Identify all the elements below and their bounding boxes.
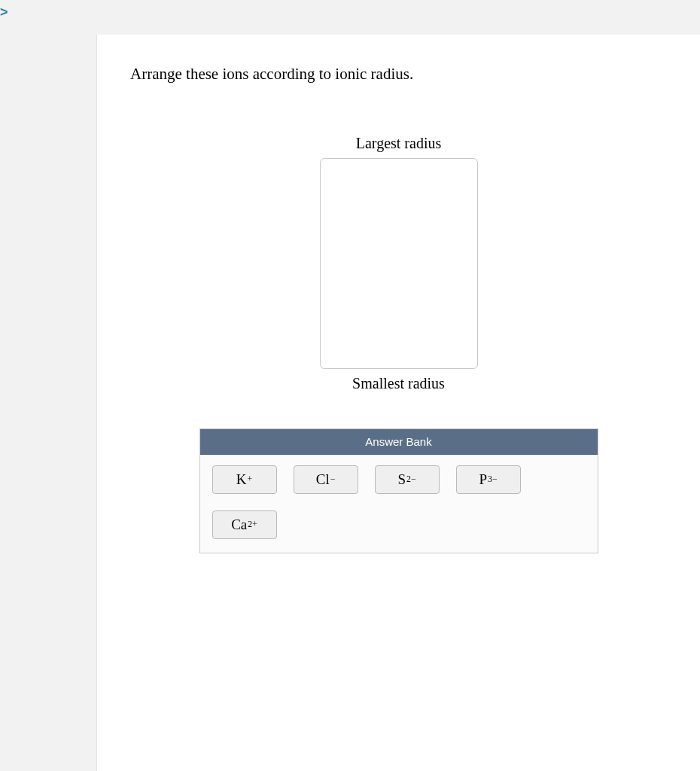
- ion-base: K: [236, 471, 247, 488]
- ion-tile[interactable]: S2−: [375, 465, 440, 494]
- ion-tile[interactable]: P3−: [456, 465, 521, 494]
- answer-bank-body: K+ Cl− S2− P3− Ca2+: [200, 455, 598, 553]
- ranking-area: Largest radius Smallest radius: [130, 129, 667, 398]
- ion-tile[interactable]: Cl−: [294, 465, 358, 494]
- question-text: Arrange these ions according to ionic ra…: [130, 65, 667, 84]
- ion-tile[interactable]: Ca2+: [212, 510, 277, 539]
- answer-bank-title: Answer Bank: [200, 429, 598, 455]
- ion-base: P: [479, 471, 487, 488]
- answer-bank: Answer Bank K+ Cl− S2− P3− Ca2+: [199, 428, 598, 553]
- rank-label-top: Largest radius: [356, 135, 442, 152]
- ion-base: Ca: [231, 517, 247, 533]
- rank-drop-zone[interactable]: [320, 158, 478, 369]
- question-panel: Arrange these ions according to ionic ra…: [96, 35, 700, 771]
- ion-base: Cl: [316, 471, 330, 488]
- rank-label-bottom: Smallest radius: [352, 375, 445, 392]
- nav-chevron-icon[interactable]: >: [0, 5, 8, 20]
- ion-base: S: [397, 471, 406, 488]
- ion-tile[interactable]: K+: [212, 465, 277, 494]
